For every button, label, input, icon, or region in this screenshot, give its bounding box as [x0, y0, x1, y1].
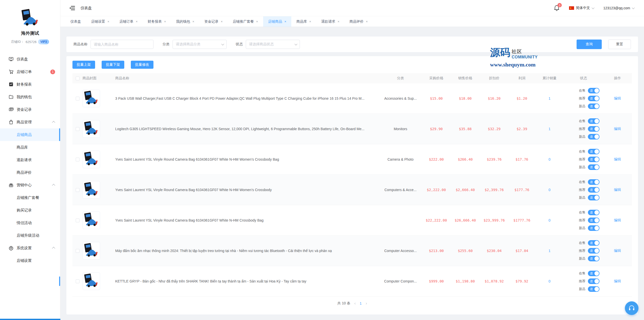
tab-close-icon[interactable]: × — [164, 20, 166, 23]
toggle-推荐[interactable]: 是 — [588, 96, 599, 101]
toggle-在售[interactable]: 是 — [588, 179, 599, 185]
tab-退款请求[interactable]: 退款请求× — [316, 16, 345, 27]
tab-close-icon[interactable]: × — [221, 20, 223, 23]
tab-店铺订单[interactable]: 店铺订单× — [114, 16, 143, 27]
status-toggles: 在售是推荐是新品是 — [564, 179, 603, 200]
toggle-推荐[interactable]: 是 — [588, 126, 599, 132]
row-checkbox[interactable] — [76, 279, 79, 283]
edit-link[interactable]: 编辑 — [603, 127, 632, 131]
toggle-推荐[interactable]: 是 — [588, 248, 599, 254]
prev-page-button[interactable]: ‹ — [354, 301, 355, 306]
tab-close-icon[interactable]: × — [192, 20, 194, 23]
row-checkbox[interactable] — [76, 127, 79, 131]
sidebar-subitem-店铺推广套餐[interactable]: 店铺推广套餐 — [0, 191, 60, 204]
row-checkbox[interactable] — [76, 219, 79, 222]
toggle-on-text: 是 — [590, 226, 593, 230]
edit-link[interactable]: 编辑 — [603, 218, 632, 223]
tab-仪表盘[interactable]: 仪表盘 — [65, 16, 86, 27]
next-page-button[interactable]: › — [366, 301, 367, 306]
sidebar-subitem-店铺设置[interactable]: 店铺设置 — [0, 254, 60, 267]
tab-店铺设置[interactable]: 店铺设置× — [86, 16, 114, 27]
row-checkbox[interactable] — [76, 158, 79, 161]
toggle-在售[interactable]: 是 — [588, 210, 599, 215]
toggle-新品[interactable]: 是 — [588, 134, 599, 139]
batch-on-shelf-button[interactable]: 批量上架 — [72, 61, 95, 69]
tab-close-icon[interactable]: × — [136, 20, 138, 23]
sidebar-item-资金记录[interactable]: 资金记录 — [0, 103, 60, 116]
toggle-在售[interactable]: 是 — [588, 271, 599, 276]
toggle-在售[interactable]: 是 — [588, 149, 599, 154]
sidebar-item-财务报表[interactable]: 财务报表 — [0, 78, 60, 91]
sidebar-subitem-商品评价[interactable]: 商品评价 — [0, 166, 60, 179]
status-label-在售: 在售 — [579, 271, 585, 276]
toggle-新品[interactable]: 是 — [588, 286, 599, 292]
toggle-新品[interactable]: 是 — [588, 103, 599, 109]
notification-bell-icon[interactable]: 3 — [554, 5, 559, 11]
tab-资金记录[interactable]: 资金记录× — [199, 16, 228, 27]
category-select[interactable]: 请选择商品分类 — [173, 40, 227, 49]
product-image — [83, 151, 100, 168]
sidebar-subitem-购买记录[interactable]: 购买记录 — [0, 204, 60, 217]
tab-close-icon[interactable]: × — [256, 20, 258, 23]
tab-店铺推广套餐[interactable]: 店铺推广套餐× — [228, 16, 263, 27]
sidebar-item-店铺订单[interactable]: 店铺订单1 — [0, 65, 60, 78]
toggle-在售[interactable]: 是 — [588, 118, 599, 124]
tab-close-icon[interactable]: × — [285, 20, 287, 23]
toggle-新品[interactable]: 是 — [588, 164, 599, 170]
edit-link[interactable]: 编辑 — [603, 248, 632, 253]
product-name-input[interactable] — [91, 40, 153, 49]
tab-商品评价[interactable]: 商品评价× — [344, 16, 373, 27]
sidebar-item-仪表盘[interactable]: 仪表盘 — [0, 53, 60, 65]
tab-商品库[interactable]: 商品库× — [291, 16, 316, 27]
sidebar-item-营销中心[interactable]: 营销中心 — [0, 179, 60, 191]
customer-service-button[interactable] — [625, 301, 638, 315]
edit-link[interactable]: 编辑 — [603, 96, 632, 101]
toggle-在售[interactable]: 是 — [588, 240, 599, 246]
tab-财务报表[interactable]: 财务报表× — [143, 16, 171, 27]
status-select[interactable]: 请选择商品状态 — [246, 40, 300, 49]
edit-link[interactable]: 编辑 — [603, 188, 632, 192]
batch-edit-button[interactable]: 批量修改 — [131, 61, 153, 69]
sidebar-subitem-店铺商品[interactable]: 店铺商品 — [0, 128, 60, 141]
status-label-在售: 在售 — [579, 149, 585, 154]
edit-link[interactable]: 编辑 — [603, 279, 632, 283]
tab-店铺商品[interactable]: 店铺商品× — [263, 16, 292, 27]
tab-close-icon[interactable]: × — [309, 20, 311, 23]
sidebar-subitem-商品库[interactable]: 商品库 — [0, 141, 60, 154]
user-account-menu[interactable]: 123123@qq.com — [603, 6, 634, 10]
toggle-推荐[interactable]: 是 — [588, 278, 599, 284]
toggle-新品[interactable]: 是 — [588, 195, 599, 200]
toggle-on-text: 是 — [590, 165, 593, 169]
sale-price: $2,666.40 — [451, 188, 480, 192]
sidebar-scrollbar-thumb[interactable] — [59, 276, 60, 286]
tab-close-icon[interactable]: × — [338, 20, 340, 23]
language-selector[interactable]: ★ 简体中文 — [569, 6, 594, 10]
sidebar-subitem-店铺升级活动[interactable]: 店铺升级活动 — [0, 229, 60, 242]
toggle-新品[interactable]: 是 — [588, 256, 599, 261]
toggle-在售[interactable]: 是 — [588, 88, 599, 93]
toggle-推荐[interactable]: 是 — [588, 218, 599, 223]
row-checkbox[interactable] — [76, 97, 79, 100]
row-checkbox[interactable] — [76, 188, 79, 192]
tab-我的钱包[interactable]: 我的钱包× — [171, 16, 199, 27]
sidebar-subitem-情侣活动[interactable]: 情侣活动 — [0, 217, 60, 229]
row-checkbox[interactable] — [76, 249, 79, 253]
column-header-分类: 分类 — [379, 76, 422, 81]
reset-button[interactable]: 重置 — [608, 40, 631, 49]
toggle-新品[interactable]: 是 — [588, 225, 599, 231]
edit-link[interactable]: 编辑 — [603, 157, 632, 162]
tab-close-icon[interactable]: × — [366, 20, 368, 23]
sidebar-subitem-退款请求[interactable]: 退款请求 — [0, 154, 60, 166]
sidebar-item-系统设置[interactable]: 系统设置 — [0, 242, 60, 254]
menu-collapse-icon[interactable] — [69, 6, 75, 10]
query-button[interactable]: 查询 — [577, 40, 602, 49]
batch-off-shelf-button[interactable]: 批量下架 — [102, 61, 124, 69]
tab-close-icon[interactable]: × — [107, 20, 109, 23]
sidebar-item-我的钱包[interactable]: 我的钱包 — [0, 91, 60, 103]
sidebar-item-商品管理[interactable]: 商品管理 — [0, 116, 60, 128]
toggle-推荐[interactable]: 是 — [588, 157, 599, 162]
toggle-推荐[interactable]: 是 — [588, 187, 599, 193]
select-all-checkbox[interactable] — [76, 77, 79, 80]
product-category: Accessories & Sup... — [379, 96, 422, 100]
page-number[interactable]: 1 — [360, 301, 362, 305]
